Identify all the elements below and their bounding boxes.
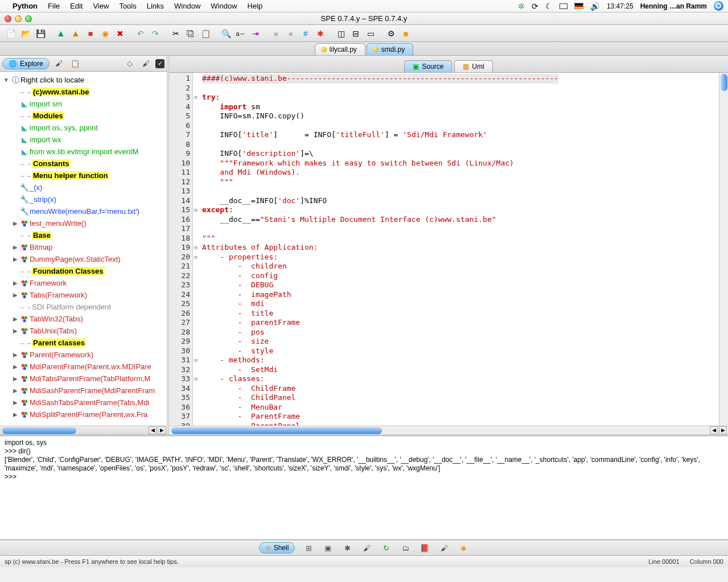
tree-item[interactable]: ▶Parent(Framework) bbox=[1, 349, 166, 361]
tool3-icon[interactable]: ✱ bbox=[342, 543, 353, 552]
leaf-icon[interactable]: ✲ bbox=[518, 2, 525, 11]
find-icon[interactable]: 🔍 bbox=[220, 27, 232, 40]
tree-item[interactable]: ▶TabWin32(Tabs) bbox=[1, 313, 166, 325]
moon-icon[interactable]: ☾ bbox=[545, 2, 553, 11]
zoom-window-button[interactable] bbox=[25, 15, 32, 22]
tree-view-icon[interactable]: ⊞ bbox=[303, 543, 314, 552]
editor-hscroll[interactable]: ◀▶ bbox=[169, 426, 728, 435]
comment-icon[interactable]: # bbox=[299, 27, 312, 40]
shell-button[interactable]: ◎Shell bbox=[259, 542, 295, 554]
explorer-tree[interactable]: ▼ⓘRight click to locate(c)www.stani.be◣i… bbox=[0, 72, 167, 426]
code-area[interactable]: ⊟⊟⊟⊟⊟⊟####(c)www.stani.be---------------… bbox=[193, 73, 719, 426]
menu-file[interactable]: File bbox=[48, 2, 60, 10]
fold-column[interactable]: ⊟⊟⊟⊟⊟⊟ bbox=[193, 74, 199, 426]
smile-icon[interactable]: ☻ bbox=[400, 27, 412, 40]
notes-icon[interactable]: 📋 bbox=[69, 59, 81, 69]
open-file-icon[interactable]: 📂 bbox=[19, 27, 32, 40]
tree-item[interactable]: (c)www.stani.be bbox=[1, 86, 166, 98]
paste-icon[interactable]: 📋 bbox=[199, 27, 212, 40]
brush2-icon[interactable]: 🖌 bbox=[438, 543, 450, 552]
browse-icon[interactable]: 🗂 bbox=[400, 543, 411, 552]
indent-icon[interactable]: » bbox=[270, 27, 282, 40]
tab-lilycall[interactable]: lilycall.py bbox=[315, 43, 365, 55]
editor-vscroll[interactable] bbox=[719, 73, 728, 426]
tree-item[interactable]: ◣import os, sys, pprint bbox=[1, 122, 166, 134]
split-h-icon[interactable]: ⊟ bbox=[349, 27, 362, 40]
terminal-icon[interactable]: ▣ bbox=[322, 543, 334, 552]
unsplit-icon[interactable]: ▭ bbox=[364, 27, 377, 40]
scrollbar-thumb[interactable] bbox=[171, 427, 382, 434]
tree-item[interactable]: ◣import sm bbox=[1, 98, 166, 110]
tree-item[interactable]: 🔧_strip(x) bbox=[1, 193, 166, 205]
explore-button[interactable]: 🌐Explore bbox=[2, 58, 50, 69]
brush-icon[interactable]: 🖌 bbox=[53, 59, 65, 69]
tree-item[interactable]: SDI Platform dependent bbox=[1, 301, 166, 313]
tab-smdi[interactable]: smdi.py bbox=[367, 43, 413, 55]
tree-item[interactable]: ▶TabUnix(Tabs) bbox=[1, 325, 166, 337]
menu-links[interactable]: Links bbox=[147, 2, 164, 10]
smile2-icon[interactable]: ☻ bbox=[458, 543, 469, 552]
tree-item[interactable]: ▶DummyPage(wx.StaticText) bbox=[1, 253, 166, 265]
tree-item[interactable]: ◣import wx bbox=[1, 134, 166, 146]
copy-icon[interactable]: ⿻ bbox=[184, 27, 197, 40]
dedent-icon[interactable]: « bbox=[285, 27, 297, 40]
tree-item[interactable]: ▶Bitmap bbox=[1, 241, 166, 253]
scroll-left-icon[interactable]: ◀ bbox=[710, 426, 718, 434]
settings-icon[interactable]: ⚙ bbox=[385, 27, 397, 40]
tree-item[interactable]: ▶test_menuWrite() bbox=[1, 217, 166, 229]
sidebar-hscroll[interactable]: ◀▶ bbox=[0, 426, 167, 435]
tree-item[interactable]: Constants bbox=[1, 158, 166, 170]
uncomment-icon[interactable]: ✱ bbox=[314, 27, 327, 40]
paint-icon[interactable]: 🖌 bbox=[139, 59, 152, 69]
goto-icon[interactable]: ⇥ bbox=[249, 27, 262, 40]
replace-icon[interactable]: a↔ bbox=[235, 27, 247, 40]
tool4-icon[interactable]: 🖌 bbox=[361, 543, 372, 552]
run-args-icon[interactable]: ▲ bbox=[69, 27, 82, 40]
flag-de-icon[interactable] bbox=[574, 3, 583, 9]
menu-window-2[interactable]: Window bbox=[211, 2, 237, 10]
tree-item[interactable]: Foundation Classes bbox=[1, 265, 166, 277]
new-file-icon[interactable]: 📄 bbox=[5, 27, 17, 40]
sync-icon[interactable]: ⟳ bbox=[532, 2, 538, 11]
split-v-icon[interactable]: ◫ bbox=[335, 27, 347, 40]
tree-item[interactable]: Base bbox=[1, 229, 166, 241]
tree-item[interactable]: ▶MdiParentFrame(Parent,wx.MDIPare bbox=[1, 361, 166, 373]
check-icon[interactable]: ✓ bbox=[155, 59, 164, 68]
redo-icon[interactable]: ↷ bbox=[149, 27, 162, 40]
tree-item[interactable]: ▶MdiTabsParentFrame(TabPlatform,M bbox=[1, 373, 166, 385]
eraser-icon[interactable]: ◇ bbox=[124, 59, 136, 69]
tree-root[interactable]: ▼ⓘRight click to locate bbox=[1, 74, 166, 86]
reload-icon[interactable]: ↻ bbox=[380, 543, 392, 552]
shell-console[interactable]: import os, sys>>> dir()['Blender', 'Chil… bbox=[0, 435, 728, 540]
tree-item[interactable]: Menu helper function bbox=[1, 170, 166, 181]
scrollbar-thumb[interactable] bbox=[2, 427, 76, 434]
menu-view[interactable]: View bbox=[93, 2, 109, 10]
tab-source[interactable]: ▣Source bbox=[404, 60, 452, 72]
tree-item[interactable]: ▶Framework bbox=[1, 277, 166, 289]
save-file-icon[interactable]: 💾 bbox=[34, 27, 47, 40]
tree-item[interactable]: ▶MdiSashTabsParentFrame(Tabs,Mdi bbox=[1, 397, 166, 408]
menu-edit[interactable]: Edit bbox=[70, 2, 83, 10]
minimize-window-button[interactable] bbox=[15, 15, 22, 22]
tree-item[interactable]: Parent classes bbox=[1, 337, 166, 349]
menu-tools[interactable]: Tools bbox=[119, 2, 136, 10]
menu-window-1[interactable]: Window bbox=[174, 2, 200, 10]
tree-item[interactable]: 🔧menuWrite(menuBar,f='menu.txt') bbox=[1, 205, 166, 217]
spotlight-icon[interactable] bbox=[714, 1, 723, 11]
run-icon[interactable]: ▲ bbox=[55, 27, 67, 40]
undo-icon[interactable]: ↶ bbox=[134, 27, 147, 40]
tree-item[interactable]: Modules bbox=[1, 110, 166, 122]
scroll-left-icon[interactable]: ◀ bbox=[149, 426, 157, 434]
stop-icon[interactable]: ■ bbox=[84, 27, 97, 40]
close-icon[interactable]: ✖ bbox=[114, 27, 126, 40]
menu-help[interactable]: Help bbox=[248, 2, 263, 10]
tree-item[interactable]: 🔧_(x) bbox=[1, 181, 166, 193]
cut-icon[interactable]: ✂ bbox=[170, 27, 182, 40]
scroll-right-icon[interactable]: ▶ bbox=[158, 426, 166, 434]
scrollbar-thumb[interactable] bbox=[721, 74, 727, 91]
tree-item[interactable]: ◣from wx.lib.evtmgr import eventM bbox=[1, 146, 166, 158]
tree-item[interactable]: ▶MdiSashParentFrame(MdiParentFram bbox=[1, 385, 166, 397]
debug-icon[interactable]: ◉ bbox=[99, 27, 112, 40]
close-window-button[interactable] bbox=[5, 15, 11, 22]
volume-icon[interactable]: 🔊 bbox=[590, 2, 600, 11]
